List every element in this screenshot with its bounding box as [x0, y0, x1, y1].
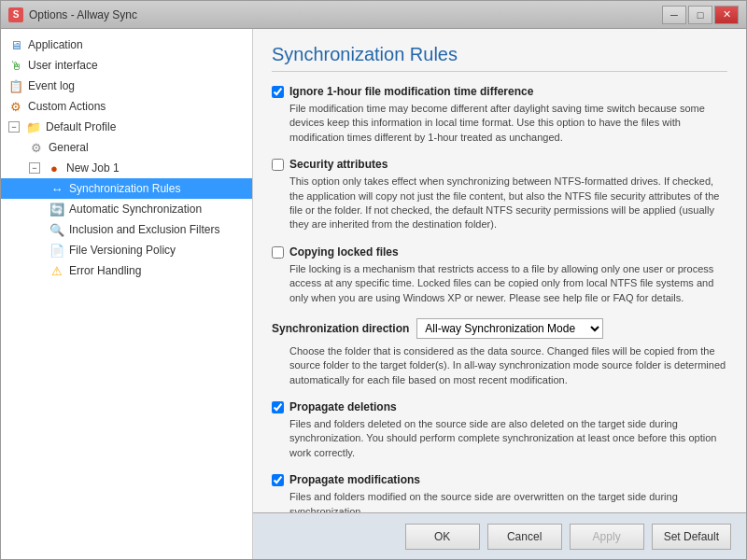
rule-propagate-del: Propagate deletions Files and folders de…	[272, 400, 727, 460]
propagate-del-desc: Files and folders deleted on the source …	[289, 417, 727, 460]
sidebar-item-application-label: Application	[28, 38, 83, 51]
close-button[interactable]: ✕	[714, 6, 739, 24]
propagate-mod-label: Propagate modifications	[289, 473, 420, 486]
error-icon: ⚠	[49, 263, 64, 278]
ignore-time-desc: File modification time may become differ…	[289, 102, 727, 145]
page-title: Synchronization Rules	[272, 44, 727, 72]
titlebar-left: S Options - Allway Sync	[8, 7, 137, 22]
locked-desc: File locking is a mechanism that restric…	[289, 262, 727, 305]
sync-direction-select[interactable]: All-way Synchronization Mode Left to Rig…	[416, 318, 603, 339]
sidebar-item-file-versioning[interactable]: 📄 File Versioning Policy	[1, 240, 252, 260]
sync-direction-section: Synchronization direction All-way Synchr…	[272, 318, 727, 387]
ignore-time-label: Ignore 1-hour file modification time dif…	[289, 85, 533, 98]
sync-direction-desc: Choose the folder that is considered as …	[289, 344, 727, 387]
rule-propagate-mod-header: Propagate modifications	[272, 473, 727, 486]
sidebar-item-sync-label: Synchronization Rules	[69, 182, 180, 195]
sidebar-item-sync-rules[interactable]: ↔ Synchronization Rules	[1, 178, 252, 199]
security-desc: This option only takes effect when synch…	[289, 175, 727, 232]
sidebar-item-filter-label: Inclusion and Exclusion Filters	[69, 223, 219, 236]
sidebar-item-default-profile[interactable]: − 📁 Default Profile	[1, 117, 252, 137]
sidebar-item-profile-label: Default Profile	[46, 120, 116, 133]
sidebar-item-event-log[interactable]: 📋 Event log	[1, 76, 252, 96]
application-icon: 🖥	[8, 37, 23, 52]
titlebar-buttons: ─ □ ✕	[662, 6, 739, 24]
sidebar: 🖥 Application 🖱 User interface 📋 Event l…	[1, 29, 253, 559]
set-default-button[interactable]: Set Default	[652, 524, 731, 550]
new-job-icon: ●	[47, 161, 62, 175]
propagate-mod-desc: Files and folders modified on the source…	[289, 490, 727, 512]
sidebar-item-general[interactable]: ⚙ General	[1, 137, 252, 158]
sidebar-item-auto-sync[interactable]: 🔄 Automatic Synchronization	[1, 199, 252, 219]
sidebar-item-custom-label: Custom Actions	[28, 100, 106, 113]
rule-security: Security attributes This option only tak…	[272, 158, 727, 232]
rule-ignore-time: Ignore 1-hour file modification time dif…	[272, 85, 727, 145]
minimize-button[interactable]: ─	[662, 6, 686, 24]
sidebar-item-inclusion-exclusion[interactable]: 🔍 Inclusion and Exclusion Filters	[1, 219, 252, 240]
apply-button[interactable]: Apply	[570, 524, 644, 550]
sidebar-item-new-job[interactable]: − ● New Job 1	[1, 158, 252, 178]
rule-locked-header: Copying locked files	[272, 245, 727, 259]
versioning-icon: 📄	[49, 243, 64, 258]
sidebar-item-versioning-label: File Versioning Policy	[69, 244, 176, 257]
titlebar: S Options - Allway Sync ─ □ ✕	[1, 1, 746, 29]
general-icon: ⚙	[29, 140, 44, 155]
ok-button[interactable]: OK	[405, 524, 480, 550]
window-title: Options - Allway Sync	[29, 8, 137, 21]
sync-direction-row: Synchronization direction All-way Synchr…	[272, 318, 727, 339]
new-job-expand[interactable]: −	[29, 162, 40, 174]
rule-security-header: Security attributes	[272, 158, 727, 171]
sidebar-item-job-label: New Job 1	[66, 161, 120, 175]
propagate-del-checkbox[interactable]	[272, 401, 284, 413]
security-label: Security attributes	[289, 158, 388, 171]
sidebar-item-autosync-label: Automatic Synchronization	[69, 203, 202, 216]
sidebar-item-user-interface[interactable]: 🖱 User interface	[1, 55, 252, 76]
cancel-button[interactable]: Cancel	[487, 524, 562, 550]
propagate-del-label: Propagate deletions	[289, 400, 397, 413]
sync-rules-icon: ↔	[49, 181, 64, 196]
security-checkbox[interactable]	[272, 159, 284, 171]
propagate-mod-checkbox[interactable]	[272, 474, 284, 486]
sidebar-item-general-label: General	[49, 141, 89, 154]
sidebar-item-application[interactable]: 🖥 Application	[1, 35, 252, 55]
main-panel: Synchronization Rules Ignore 1-hour file…	[253, 29, 746, 512]
rule-propagate-del-header: Propagate deletions	[272, 400, 727, 413]
event-log-icon: 📋	[8, 78, 23, 93]
locked-label: Copying locked files	[289, 245, 399, 259]
rule-locked: Copying locked files File locking is a m…	[272, 245, 727, 305]
sync-direction-label: Synchronization direction	[272, 322, 409, 335]
sidebar-item-eventlog-label: Event log	[28, 79, 75, 92]
maximize-button[interactable]: □	[688, 6, 712, 24]
ignore-time-checkbox[interactable]	[272, 86, 284, 98]
sidebar-item-ui-label: User interface	[28, 59, 98, 72]
rule-ignore-header: Ignore 1-hour file modification time dif…	[272, 85, 727, 98]
locked-checkbox[interactable]	[272, 246, 284, 259]
sidebar-item-error-handling[interactable]: ⚠ Error Handling	[1, 260, 252, 281]
app-icon: S	[8, 7, 23, 22]
main-window: S Options - Allway Sync ─ □ ✕ 🖥 Applicat…	[0, 0, 747, 560]
auto-sync-icon: 🔄	[49, 202, 64, 217]
default-profile-icon: 📁	[26, 119, 41, 134]
rule-propagate-mod: Propagate modifications Files and folder…	[272, 473, 727, 512]
custom-actions-icon: ⚙	[8, 99, 23, 114]
content-area: 🖥 Application 🖱 User interface 📋 Event l…	[1, 29, 746, 559]
footer: OK Cancel Apply Set Default	[253, 512, 746, 559]
sidebar-item-error-label: Error Handling	[69, 264, 141, 277]
sidebar-item-custom-actions[interactable]: ⚙ Custom Actions	[1, 96, 252, 117]
user-interface-icon: 🖱	[8, 58, 23, 73]
inclusion-icon: 🔍	[49, 222, 64, 237]
default-profile-expand[interactable]: −	[8, 121, 20, 133]
main-wrapper: Synchronization Rules Ignore 1-hour file…	[253, 29, 746, 559]
